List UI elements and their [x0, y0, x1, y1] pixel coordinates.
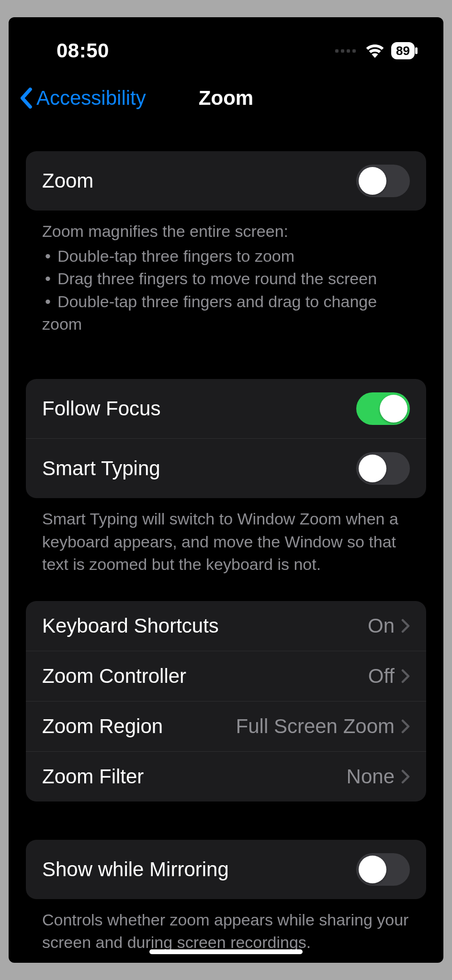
signal-dots-icon: [335, 49, 356, 53]
keyboard-shortcuts-value: On: [368, 614, 395, 637]
zoom-controller-row[interactable]: Zoom Controller Off: [26, 651, 426, 701]
chevron-right-icon: [401, 669, 410, 683]
keyboard-shortcuts-row[interactable]: Keyboard Shortcuts On: [26, 601, 426, 651]
zoom-region-value: Full Screen Zoom: [236, 715, 395, 738]
mirroring-description: Controls whether zoom appears while shar…: [26, 899, 426, 954]
follow-focus-label: Follow Focus: [42, 397, 160, 420]
zoom-description-bullet: Double-tap three fingers and drag to cha…: [42, 290, 410, 336]
zoom-description-headline: Zoom magnifies the entire screen:: [42, 220, 410, 243]
zoom-description-bullet: Double-tap three fingers to zoom: [42, 245, 410, 268]
zoom-description-bullet: Drag three fingers to move round the scr…: [42, 267, 410, 290]
nav-header: Accessibility Zoom: [9, 75, 443, 122]
smart-typing-label: Smart Typing: [42, 457, 160, 480]
zoom-toggle-label: Zoom: [42, 169, 93, 192]
wifi-icon: [365, 44, 384, 58]
status-bar: 08:50 89: [9, 17, 443, 75]
zoom-toggle-group: Zoom: [26, 151, 426, 211]
mirroring-row: Show while Mirroring: [26, 840, 426, 899]
zoom-region-row[interactable]: Zoom Region Full Screen Zoom: [26, 701, 426, 751]
battery-indicator: 89: [391, 42, 415, 59]
page-title: Zoom: [199, 87, 253, 110]
zoom-options-group: Keyboard Shortcuts On Zoom Controller Of…: [26, 601, 426, 802]
mirroring-toggle[interactable]: [356, 853, 410, 886]
follow-focus-row: Follow Focus: [26, 379, 426, 438]
smart-typing-description: Smart Typing will switch to Window Zoom …: [26, 498, 426, 576]
chevron-right-icon: [401, 719, 410, 734]
keyboard-shortcuts-label: Keyboard Shortcuts: [42, 614, 219, 637]
status-time: 08:50: [56, 39, 109, 62]
chevron-right-icon: [401, 619, 410, 633]
zoom-toggle[interactable]: [356, 165, 410, 197]
smart-typing-row: Smart Typing: [26, 438, 426, 498]
zoom-filter-label: Zoom Filter: [42, 765, 144, 788]
battery-level: 89: [396, 44, 410, 58]
home-indicator[interactable]: [149, 949, 303, 954]
zoom-controller-value: Off: [368, 665, 395, 688]
zoom-toggle-row: Zoom: [26, 151, 426, 211]
mirroring-label: Show while Mirroring: [42, 858, 229, 881]
chevron-left-icon: [19, 88, 33, 109]
zoom-filter-value: None: [347, 765, 395, 788]
focus-group: Follow Focus Smart Typing: [26, 379, 426, 498]
max-zoom-header: MAXIMUM ZOOM LEVEL: [26, 954, 426, 963]
follow-focus-toggle[interactable]: [356, 392, 410, 425]
zoom-filter-row[interactable]: Zoom Filter None: [26, 751, 426, 802]
zoom-controller-label: Zoom Controller: [42, 665, 186, 688]
mirroring-group: Show while Mirroring: [26, 840, 426, 899]
zoom-region-label: Zoom Region: [42, 715, 163, 738]
zoom-description: Zoom magnifies the entire screen: Double…: [26, 211, 426, 336]
back-label: Accessibility: [36, 87, 146, 110]
chevron-right-icon: [401, 769, 410, 784]
back-button[interactable]: Accessibility: [19, 87, 146, 110]
smart-typing-toggle[interactable]: [356, 452, 410, 485]
